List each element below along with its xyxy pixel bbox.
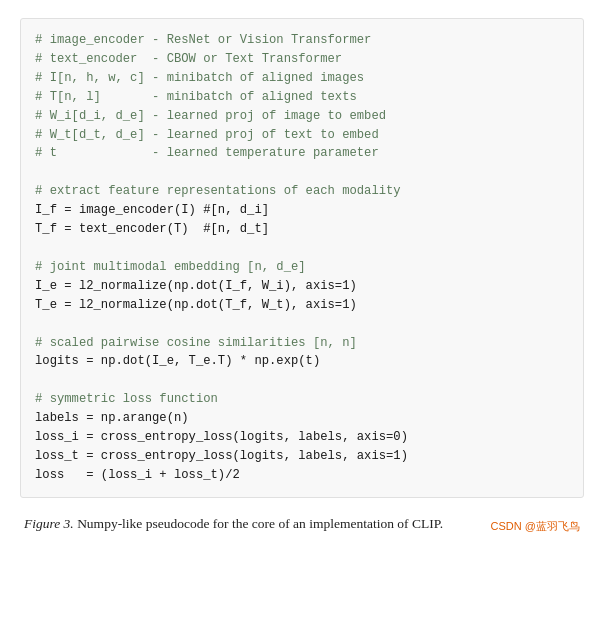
code-line-5: # W_i[d_i, d_e] - learned proj of image … <box>35 109 386 123</box>
main-container: # image_encoder - ResNet or Vision Trans… <box>0 0 604 618</box>
code-line-12: I_e = l2_normalize(np.dot(I_f, W_i), axi… <box>35 279 357 293</box>
code-line-1: # image_encoder - ResNet or Vision Trans… <box>35 33 371 47</box>
code-line-11: # joint multimodal embedding [n, d_e] <box>35 260 306 274</box>
code-line-20: loss = (loss_i + loss_t)/2 <box>35 468 240 482</box>
code-line-4: # T[n, l] - minibatch of aligned texts <box>35 90 357 104</box>
figure-label: Figure 3. Numpy-like pseudocode for the … <box>24 516 443 531</box>
code-line-17: labels = np.arange(n) <box>35 411 189 425</box>
code-line-3: # I[n, h, w, c] - minibatch of aligned i… <box>35 71 364 85</box>
code-line-7: # t - learned temperature parameter <box>35 146 379 160</box>
code-line-19: loss_t = cross_entropy_loss(logits, labe… <box>35 449 408 463</box>
code-line-16: # symmetric loss function <box>35 392 218 406</box>
code-line-2: # text_encoder - CBOW or Text Transforme… <box>35 52 342 66</box>
watermark-text: CSDN @蓝羽飞鸟 <box>491 520 580 532</box>
caption-text: Figure 3. Numpy-like pseudocode for the … <box>24 514 491 534</box>
code-line-18: loss_i = cross_entropy_loss(logits, labe… <box>35 430 408 444</box>
code-line-14: # scaled pairwise cosine similarities [n… <box>35 336 357 350</box>
caption-area: Figure 3. Numpy-like pseudocode for the … <box>20 512 584 538</box>
code-block: # image_encoder - ResNet or Vision Trans… <box>20 18 584 498</box>
code-line-9: I_f = image_encoder(I) #[n, d_i] <box>35 203 269 217</box>
code-line-8: # extract feature representations of eac… <box>35 184 401 198</box>
caption-row: Figure 3. Numpy-like pseudocode for the … <box>24 514 580 534</box>
code-line-6: # W_t[d_t, d_e] - learned proj of text t… <box>35 128 379 142</box>
code-line-10: T_f = text_encoder(T) #[n, d_t] <box>35 222 269 236</box>
code-line-13: T_e = l2_normalize(np.dot(T_f, W_t), axi… <box>35 298 357 312</box>
code-line-15: logits = np.dot(I_e, T_e.T) * np.exp(t) <box>35 354 320 368</box>
watermark: CSDN @蓝羽飞鸟 <box>491 519 580 534</box>
